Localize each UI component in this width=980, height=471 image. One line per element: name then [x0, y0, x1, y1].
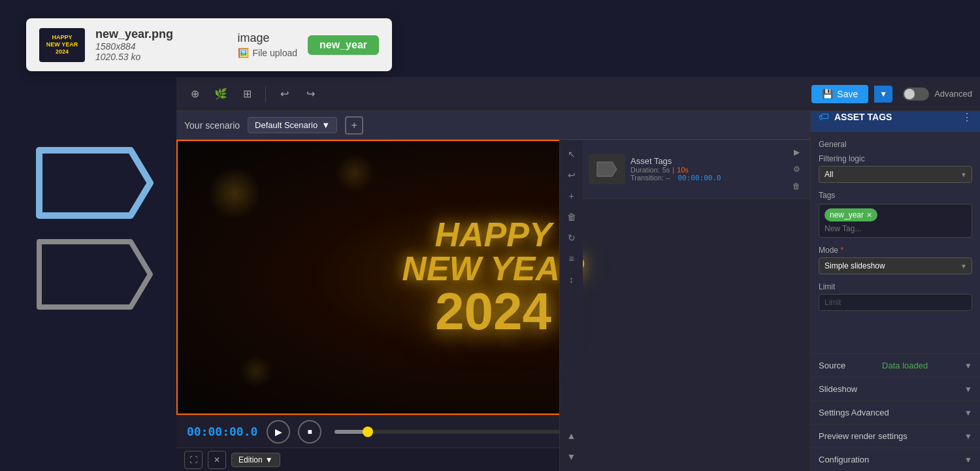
mode-required-star: * — [840, 246, 843, 255]
preview-render-header[interactable]: Preview render settings ▼ — [819, 431, 972, 441]
redo-btn[interactable]: ↪ — [300, 84, 321, 105]
configuration-section: Configuration ▼ — [811, 447, 980, 471]
duration-max: | — [672, 166, 674, 174]
advanced-toggle-label: Advanced — [934, 89, 972, 99]
asset-tags-title: ASSET TAGS — [834, 112, 956, 122]
source-status: Data loaded — [882, 361, 928, 370]
file-tag-badge: new_year — [308, 35, 379, 55]
file-thumbnail: HAPPYNEW YEAR2024 — [39, 28, 85, 62]
file-type: image — [238, 31, 298, 45]
edition-chevron: ▼ — [265, 455, 273, 464]
limit-input[interactable] — [819, 294, 972, 311]
file-tooltip: HAPPYNEW YEAR2024 new_year.png 1580x884 … — [26, 18, 392, 71]
preview-render-title: Preview render settings — [819, 431, 907, 441]
refresh-side-btn[interactable]: ↻ — [563, 229, 581, 247]
your-scenario-label: Your scenario — [184, 120, 240, 131]
playlist-timecode: 00:00:00.0 — [678, 174, 721, 182]
slideshow-section: Slideshow ▼ — [811, 377, 980, 400]
source-section: Source Data loaded ▼ — [811, 353, 980, 377]
undo-btn[interactable]: ↩ — [274, 84, 295, 105]
scenario-value: Default Scenario — [255, 120, 318, 130]
save-button[interactable]: 💾 Save — [811, 85, 868, 103]
progress-thumb[interactable] — [363, 427, 373, 437]
file-type-section: image 🖼️ File upload — [238, 31, 298, 58]
file-size: 1020.53 ko — [95, 52, 227, 62]
source-header[interactable]: Source Data loaded ▼ — [819, 361, 972, 370]
hierarchy-btn[interactable]: 🌿 — [210, 84, 231, 105]
playlist-item-transition: Transition: -- 00:00:00.0 — [630, 174, 784, 182]
settings-advanced-title: Settings Advanced — [819, 408, 889, 417]
configuration-header[interactable]: Configuration ▼ — [819, 455, 972, 464]
scenario-select[interactable]: Default Scenario ▼ — [248, 117, 337, 133]
cursor-tool-btn[interactable]: ↖ — [563, 145, 581, 163]
playlist-item-thumb — [589, 154, 625, 184]
panel-content: General Filtering logic All Any None ▼ T… — [811, 132, 980, 353]
general-section-title: General — [819, 140, 972, 149]
side-toolbar: ↖ ↩ + 🗑 ↻ ≡ ↕ ▲ ▼ — [559, 140, 583, 471]
add-side-btn[interactable]: + — [563, 187, 581, 205]
scenario-chevron: ▼ — [321, 120, 330, 130]
configuration-title: Configuration — [819, 455, 869, 464]
slideshow-header[interactable]: Slideshow ▼ — [819, 384, 972, 394]
timecode-display: 00:00:00.0 — [187, 425, 259, 438]
toolbar-separator-1 — [265, 86, 266, 102]
year-text: 2024 — [402, 285, 584, 338]
mode-select[interactable]: Simple slideshow Random Sequential — [819, 257, 972, 274]
filtering-logic-wrapper: All Any None ▼ — [819, 166, 972, 183]
edition-dropdown[interactable]: Edition ▼ — [231, 453, 280, 467]
move-tool-btn[interactable]: ⊕ — [184, 84, 205, 105]
duration-max-val: 10s — [677, 166, 689, 174]
tags-container[interactable]: new_year ✕ — [819, 204, 972, 238]
settings-advanced-arrow: ▼ — [964, 408, 972, 417]
undo-side-btn[interactable]: ↩ — [563, 166, 581, 184]
filtering-logic-select[interactable]: All Any None — [819, 166, 972, 183]
tags-label: Tags — [819, 191, 972, 200]
stop-button[interactable]: ■ — [298, 420, 321, 444]
tag-icon-gray — [26, 235, 157, 314]
video-text: HAPPYNEW YEAR 2024 — [402, 218, 584, 338]
slideshow-title: Slideshow — [819, 384, 857, 394]
filename: new_year.png — [95, 27, 227, 41]
fullscreen-btn[interactable]: ⛶ — [184, 451, 203, 469]
bokeh-5 — [240, 355, 272, 387]
mode-label-text: Mode — [819, 246, 838, 255]
thumbnail-text: HAPPYNEW YEAR2024 — [46, 34, 78, 55]
fit-btn[interactable]: ✕ — [208, 451, 226, 469]
playlist-settings-btn[interactable]: ⚙ — [789, 162, 804, 176]
playlist-tag-icon — [595, 160, 619, 178]
advanced-toggle-container: Advanced — [903, 88, 972, 101]
save-icon: 💾 — [822, 89, 833, 99]
tag-chip-new-year: new_year ✕ — [825, 208, 877, 221]
new-tag-input[interactable] — [825, 224, 923, 233]
duration-value: 5s — [662, 166, 670, 174]
scenario-add-btn[interactable]: + — [345, 116, 363, 135]
bokeh-2 — [335, 154, 374, 193]
playlist-item-duration: Duration: 5s | 10s — [630, 166, 784, 174]
playlist-delete-btn[interactable]: 🗑 — [789, 179, 804, 193]
tag-icon-blue — [26, 144, 157, 222]
collapse-down-btn[interactable]: ▼ — [563, 447, 581, 466]
source-arrow-icon: ▼ — [964, 361, 972, 370]
file-dimensions: 1580x884 — [95, 41, 227, 52]
asset-tags-icon: 🏷 — [819, 111, 829, 123]
playlist-play-btn[interactable]: ▶ — [789, 145, 804, 159]
grid-btn[interactable]: ⊞ — [237, 84, 257, 105]
mode-label: Mode * — [819, 246, 972, 255]
slideshow-arrow-icon: ▼ — [964, 385, 972, 394]
scenario-bar: Your scenario Default Scenario ▼ + — [176, 111, 810, 140]
right-panel: Advanced 🏷 ASSET TAGS ⋮ General Filterin… — [810, 77, 980, 471]
advanced-toggle-switch[interactable] — [903, 88, 929, 101]
settings-advanced-section: Settings Advanced ▼ — [811, 400, 980, 424]
transition-value: -- — [666, 174, 670, 182]
save-label: Save — [837, 89, 858, 99]
play-button[interactable]: ▶ — [267, 420, 290, 444]
toggle-knob — [904, 89, 915, 99]
asset-tags-more-btn[interactable]: ⋮ — [962, 111, 972, 123]
collapse-up-btn[interactable]: ▲ — [563, 427, 581, 445]
tag-remove-btn[interactable]: ✕ — [866, 211, 872, 219]
delete-side-btn[interactable]: 🗑 — [563, 208, 581, 226]
sort-side-btn[interactable]: ↕ — [563, 270, 581, 289]
settings-advanced-header[interactable]: Settings Advanced ▼ — [819, 408, 972, 417]
save-dropdown-btn[interactable]: ▼ — [874, 86, 892, 103]
list-side-btn[interactable]: ≡ — [563, 250, 581, 268]
